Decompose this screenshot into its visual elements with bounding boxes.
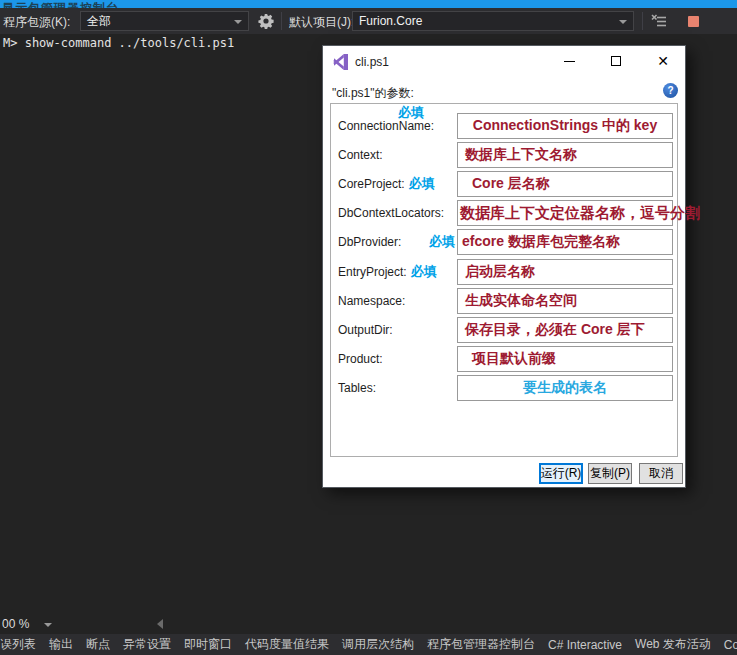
window-title-text: 显示包管理器控制台: [2, 0, 119, 8]
field-value: 数据库上下文定位器名称，逗号分割: [460, 204, 700, 223]
required-badge: 必填: [429, 233, 455, 251]
toolbar-separator: [281, 12, 282, 30]
tab-truncated[interactable]: Co: [724, 638, 737, 652]
tab-csharp-interactive[interactable]: C# Interactive: [548, 638, 622, 652]
field-label: EntryProject:: [338, 265, 407, 279]
field-label: DbProvider:: [338, 235, 401, 249]
chevron-down-icon[interactable]: [44, 623, 52, 627]
field-label: Product:: [338, 352, 383, 366]
window-title-strip: 显示包管理器控制台: [0, 0, 737, 8]
zoom-level[interactable]: 00 %: [2, 617, 29, 631]
field-value: 项目默认前缀: [458, 350, 556, 368]
console-prompt[interactable]: M> show-command ../tools/cli.ps1: [3, 36, 234, 50]
chevron-down-icon: [234, 20, 242, 24]
form-row-coreproject: CoreProject: 必填 Core 层名称: [338, 171, 673, 197]
form-row-connectionname: ConnectionName: ConnectionStrings 中的 key: [338, 113, 673, 139]
tables-input[interactable]: 要生成的表名: [457, 375, 673, 401]
namespace-input[interactable]: 生成实体命名空间: [457, 288, 673, 314]
form-row-product: Product: 项目默认前缀: [338, 346, 673, 372]
field-value: efcore 数据库包完整名称: [458, 233, 620, 251]
maximize-icon: [611, 56, 621, 66]
gear-icon[interactable]: [258, 13, 274, 29]
tab-web-publish-activity[interactable]: Web 发布活动: [635, 636, 711, 653]
field-value: 保存目录，必须在 Core 层下: [458, 321, 645, 339]
tab-call-hierarchy[interactable]: 调用层次结构: [342, 636, 414, 653]
clear-console-icon[interactable]: [651, 13, 667, 29]
field-label: Context:: [338, 148, 383, 162]
chevron-down-icon: [619, 20, 627, 24]
tab-exception-settings[interactable]: 异常设置: [123, 636, 171, 653]
maximize-button[interactable]: [600, 46, 632, 76]
dialog-titlebar[interactable]: cli.ps1 ✕: [323, 46, 685, 78]
field-label: Namespace:: [338, 294, 405, 308]
default-project-value: Furion.Core: [359, 14, 422, 28]
dbprovider-input[interactable]: efcore 数据库包完整名称: [457, 229, 673, 255]
field-label: CoreProject:: [338, 177, 405, 191]
field-label: DbContextLocators:: [338, 206, 444, 220]
package-manager-toolbar: 程序包源(K): 全部 默认项目(J): Furion.Core: [0, 8, 737, 34]
field-value: 启动层名称: [458, 263, 535, 281]
tab-package-manager-console[interactable]: 程序包管理器控制台: [427, 636, 535, 653]
field-value: Core 层名称: [458, 175, 550, 193]
default-project-dropdown[interactable]: Furion.Core: [352, 11, 634, 31]
copy-button[interactable]: 复制(P): [588, 463, 632, 484]
tab-error-list[interactable]: 误列表: [0, 636, 36, 653]
package-source-label: 程序包源(K):: [3, 14, 70, 31]
dialog-title: cli.ps1: [355, 55, 389, 69]
bottom-panel-tabs: 误列表 输出 断点 异常设置 即时窗口 代码度量值结果 调用层次结构 程序包管理…: [0, 634, 737, 655]
close-icon: ✕: [657, 54, 669, 68]
run-button[interactable]: 运行(R): [539, 463, 583, 484]
entryproject-input[interactable]: 启动层名称: [457, 259, 673, 285]
form-row-entryproject: EntryProject: 必填 启动层名称: [338, 259, 673, 285]
field-value: 数据库上下文名称: [458, 146, 577, 164]
default-project-label: 默认项目(J):: [289, 14, 354, 31]
field-value: 生成实体命名空间: [458, 292, 577, 310]
scroll-left-icon[interactable]: [157, 619, 163, 629]
minimize-button[interactable]: [553, 46, 585, 76]
coreproject-input[interactable]: Core 层名称: [457, 171, 673, 197]
editor-zoom-row: 00 %: [0, 615, 737, 633]
form-row-tables: Tables: 要生成的表名: [338, 375, 673, 401]
form-row-context: Context: 数据库上下文名称: [338, 142, 673, 168]
toolbar-separator: [642, 12, 643, 30]
context-input[interactable]: 数据库上下文名称: [457, 142, 673, 168]
form-row-dbprovider: DbProvider: 必填 efcore 数据库包完整名称: [338, 229, 673, 255]
close-button[interactable]: ✕: [647, 46, 679, 76]
tab-code-metrics[interactable]: 代码度量值结果: [245, 636, 329, 653]
tab-immediate-window[interactable]: 即时窗口: [184, 636, 232, 653]
tab-breakpoints[interactable]: 断点: [86, 636, 110, 653]
form-row-namespace: Namespace: 生成实体命名空间: [338, 288, 673, 314]
required-badge: 必填: [398, 104, 424, 122]
minimize-icon: [564, 61, 575, 62]
tab-output[interactable]: 输出: [49, 636, 73, 653]
visual-studio-icon: [333, 54, 349, 70]
required-badge: 必填: [411, 263, 437, 281]
field-label: OutputDir:: [338, 323, 393, 337]
cancel-button[interactable]: 取消: [639, 463, 683, 484]
field-value: 要生成的表名: [458, 379, 672, 397]
form-row-outputdir: OutputDir: 保存目录，必须在 Core 层下: [338, 317, 673, 343]
vs-window: 显示包管理器控制台 程序包源(K): 全部 默认项目(J): Furion.Co…: [0, 0, 737, 655]
help-icon[interactable]: ?: [663, 83, 678, 98]
cli-ps1-dialog: cli.ps1 ✕ "cli.ps1"的参数: ? 必填 ConnectionN…: [322, 45, 686, 488]
package-source-value: 全部: [87, 13, 111, 30]
dbcontextlocators-input[interactable]: 数据库上下文定位器名称，逗号分割: [457, 200, 673, 226]
outputdir-input[interactable]: 保存目录，必须在 Core 层下: [457, 317, 673, 343]
product-input[interactable]: 项目默认前缀: [457, 346, 673, 372]
field-value: ConnectionStrings 中的 key: [458, 117, 672, 135]
dialog-subtitle: "cli.ps1"的参数:: [332, 85, 414, 102]
stop-icon[interactable]: [688, 16, 699, 27]
field-label: Tables:: [338, 381, 376, 395]
connectionname-input[interactable]: ConnectionStrings 中的 key: [457, 113, 673, 139]
required-badge: 必填: [409, 175, 435, 193]
form-row-dbcontextlocators: DbContextLocators: 数据库上下文定位器名称，逗号分割: [338, 200, 673, 226]
package-source-dropdown[interactable]: 全部: [80, 11, 249, 31]
